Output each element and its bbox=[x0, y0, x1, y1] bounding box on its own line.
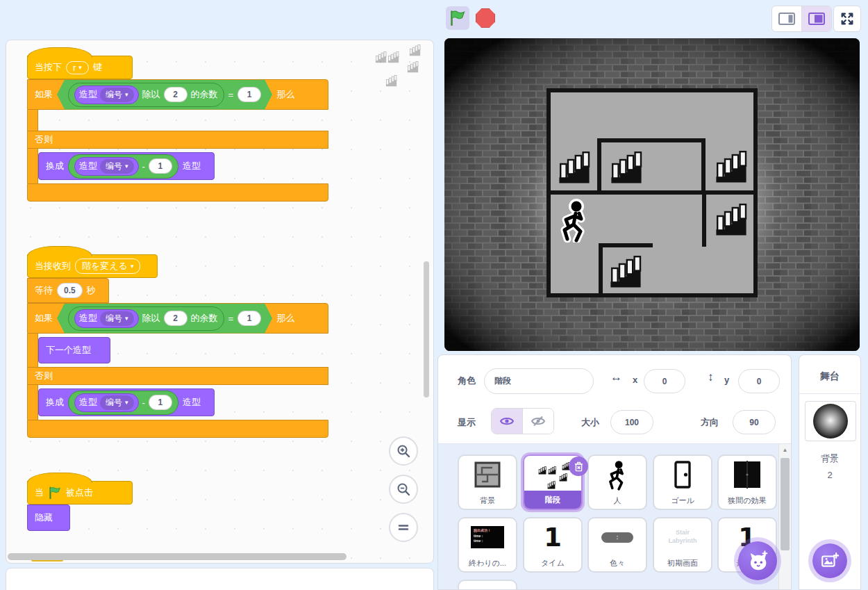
green-flag-icon bbox=[449, 10, 466, 26]
subtract-operator-block[interactable]: 造型 编号 ▾ - 1 bbox=[68, 391, 178, 415]
zoom-out-button[interactable] bbox=[389, 475, 418, 504]
block-wait[interactable]: 等待 0.5 秒 bbox=[27, 278, 109, 303]
y-position-icon: ↕ bbox=[708, 370, 714, 384]
block-else[interactable]: 否则 bbox=[27, 131, 328, 149]
scratch-editor: 当按下 r ▾ 键 如果 造型 编号 ▾ bbox=[0, 0, 868, 590]
title-screen-thumbnail: Stair Labyrinth bbox=[654, 520, 711, 555]
script-when-receive: 当接收到 階を変える ▾ 等待 0.5 秒 如果 造型 bbox=[27, 245, 328, 438]
sprite-list: 背景 階段 bbox=[438, 443, 791, 589]
end-screen-thumbnail: 脱出成功！ time : time : bbox=[459, 520, 516, 555]
backdrop-thumbnail[interactable] bbox=[805, 401, 856, 441]
block-switch-costume[interactable]: 换成 造型 编号 ▾ - 1 造型 bbox=[38, 152, 215, 180]
green-flag-button[interactable] bbox=[446, 6, 469, 30]
show-sprite-button[interactable] bbox=[492, 409, 522, 434]
costume-watermark-stairs-icon bbox=[409, 44, 421, 56]
backpack-bar[interactable] bbox=[6, 568, 434, 590]
mod-operator-block[interactable]: 造型 编号 ▾ 除以 2 的余数 bbox=[68, 83, 224, 107]
script-when-flag: 当 被点击 隐藏 bbox=[27, 471, 133, 531]
wait-seconds-input[interactable]: 0.5 bbox=[57, 283, 83, 298]
compare-value-input[interactable]: 1 bbox=[237, 87, 261, 102]
scroll-up-arrow-icon[interactable]: ▲ bbox=[779, 447, 791, 453]
add-sprite-cat-icon bbox=[747, 550, 768, 571]
dropdown-caret-icon: ▾ bbox=[125, 92, 128, 98]
sprite-tile-time[interactable]: 1 タイム bbox=[523, 517, 583, 573]
stage-size-toggle bbox=[771, 6, 832, 32]
block-if-then[interactable]: 如果 造型 编号 ▾ 除以 2 的余数 = bbox=[27, 303, 328, 334]
x-position-input[interactable] bbox=[644, 369, 685, 393]
block-when-key-pressed[interactable]: 当按下 r ▾ 键 bbox=[27, 56, 133, 79]
fullscreen-button[interactable] bbox=[834, 6, 860, 31]
block-if-end[interactable] bbox=[27, 420, 328, 438]
stage[interactable] bbox=[444, 38, 860, 351]
block-if-end[interactable] bbox=[27, 183, 328, 202]
block-when-flag-clicked[interactable]: 当 被点击 bbox=[27, 481, 133, 505]
block-else[interactable]: 否则 bbox=[27, 367, 328, 385]
block-if-then[interactable]: 如果 造型 编号 ▾ 除以 2 的余数 = bbox=[27, 79, 328, 110]
divisor-input[interactable]: 2 bbox=[164, 87, 187, 102]
costume-number-reporter[interactable]: 造型 编号 ▾ bbox=[74, 309, 139, 328]
zoom-in-button[interactable] bbox=[389, 436, 418, 466]
costume-watermark-stairs-icon bbox=[407, 61, 419, 73]
backdrop-count: 2 bbox=[799, 470, 860, 480]
add-sprite-button[interactable] bbox=[738, 541, 777, 580]
zoom-out-icon bbox=[397, 482, 410, 496]
code-vertical-scrollbar[interactable] bbox=[424, 261, 429, 398]
dropdown-caret-icon: ▾ bbox=[125, 316, 128, 322]
block-switch-costume[interactable]: 换成 造型 编号 ▾ - 1 造型 bbox=[38, 388, 215, 416]
costume-number-reporter[interactable]: 造型 编号 ▾ bbox=[74, 157, 139, 176]
script-when-key: 当按下 r ▾ 键 如果 造型 编号 ▾ bbox=[27, 46, 328, 202]
sprite-tile-haikei[interactable]: 背景 bbox=[458, 454, 517, 510]
block-hide[interactable]: 隐藏 bbox=[27, 505, 70, 531]
sprite-tile-shoki[interactable]: Stair Labyrinth 初期画面 bbox=[653, 517, 712, 573]
costume-number-reporter[interactable]: 造型 编号 ▾ bbox=[74, 85, 139, 104]
sprite-name-input[interactable] bbox=[484, 368, 594, 394]
eye-hidden-icon bbox=[531, 416, 545, 427]
code-area[interactable]: 当按下 r ▾ 键 如果 造型 编号 ▾ bbox=[6, 40, 434, 564]
sprite-tile-iroiro[interactable]: : 色々 bbox=[587, 517, 647, 573]
broadcast-dropdown[interactable]: 階を変える ▾ bbox=[75, 259, 140, 274]
key-dropdown[interactable]: r ▾ bbox=[66, 61, 89, 74]
y-position-input[interactable] bbox=[738, 369, 780, 393]
direction-input[interactable] bbox=[733, 410, 776, 434]
add-backdrop-button[interactable] bbox=[812, 543, 847, 578]
block-next-costume[interactable]: 下一个造型 bbox=[38, 337, 110, 363]
mod-operator-block[interactable]: 造型 编号 ▾ 除以 2 的余数 bbox=[68, 306, 224, 331]
costume-watermark-stairs-icon bbox=[387, 51, 399, 63]
costume-attr-dropdown[interactable]: 编号 ▾ bbox=[100, 395, 134, 410]
costume-attr-dropdown[interactable]: 编号 ▾ bbox=[100, 311, 134, 326]
stage-canvas bbox=[444, 38, 860, 351]
sprite-tile-hazama[interactable]: 狭間の効果 bbox=[717, 454, 777, 510]
costume-attr-dropdown[interactable]: 编号 ▾ bbox=[100, 159, 134, 174]
costume-attr-dropdown[interactable]: 编号 ▾ bbox=[100, 88, 134, 102]
size-input[interactable] bbox=[610, 410, 653, 434]
sprite-list-scroll-thumb[interactable] bbox=[781, 458, 790, 550]
time-thumbnail: 1 bbox=[524, 520, 581, 555]
zoom-reset-button[interactable] bbox=[389, 513, 418, 542]
block-when-receive[interactable]: 当接收到 階を変える ▾ bbox=[27, 254, 158, 278]
sprite-tile-hito[interactable]: 人 bbox=[587, 454, 647, 510]
delete-sprite-button[interactable] bbox=[569, 457, 588, 476]
hide-sprite-button[interactable] bbox=[522, 409, 553, 434]
sprite-tile-partial[interactable] bbox=[458, 580, 517, 589]
small-stage-button[interactable] bbox=[772, 6, 801, 31]
large-stage-button[interactable] bbox=[801, 6, 831, 31]
visibility-toggle bbox=[491, 408, 554, 434]
compare-value-input[interactable]: 1 bbox=[237, 311, 261, 326]
stop-button[interactable] bbox=[475, 8, 496, 28]
stop-icon bbox=[476, 8, 495, 28]
divisor-input[interactable]: 2 bbox=[164, 311, 187, 326]
divider bbox=[799, 393, 860, 394]
dropdown-caret-icon: ▾ bbox=[131, 263, 134, 270]
equals-operator-block[interactable]: 造型 编号 ▾ 除以 2 的余数 = 1 bbox=[57, 80, 272, 110]
else-body: 换成 造型 编号 ▾ - 1 造型 bbox=[27, 149, 328, 183]
code-horizontal-scrollbar[interactable] bbox=[8, 553, 347, 560]
costume-number-reporter[interactable]: 造型 编号 ▾ bbox=[74, 393, 139, 412]
sprite-list-scrollbar[interactable]: ▲ bbox=[778, 444, 791, 589]
subtract-value-input[interactable]: 1 bbox=[149, 395, 172, 410]
sprite-tile-owari[interactable]: 脱出成功！ time : time : 終わりの... bbox=[458, 517, 517, 573]
subtract-operator-block[interactable]: 造型 编号 ▾ - 1 bbox=[68, 154, 178, 179]
sprite-tile-goal[interactable]: ゴール bbox=[653, 454, 712, 510]
eye-visible-icon bbox=[500, 416, 514, 426]
subtract-value-input[interactable]: 1 bbox=[149, 158, 172, 174]
equals-operator-block[interactable]: 造型 编号 ▾ 除以 2 的余数 = 1 bbox=[57, 304, 272, 334]
